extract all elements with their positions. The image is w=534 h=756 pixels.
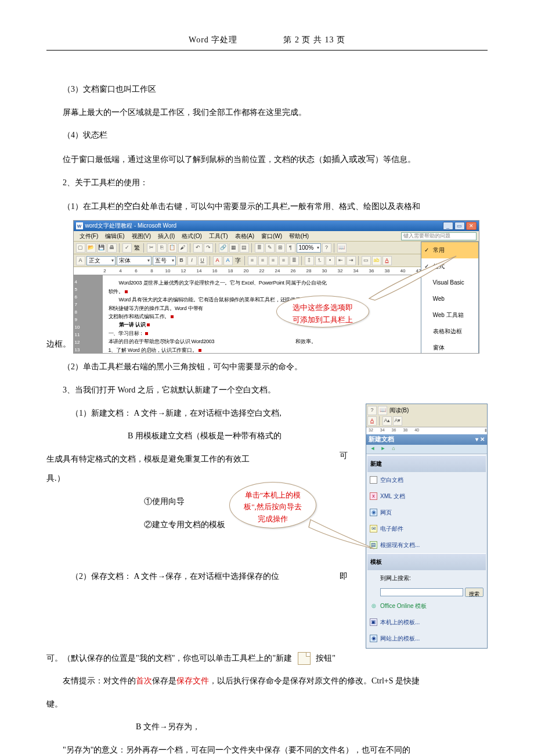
zoom-select[interactable]: 100%	[297, 243, 321, 253]
bullets-icon[interactable]: •	[326, 256, 335, 265]
sc-label[interactable]: 繁	[133, 242, 141, 254]
link-local-templates[interactable]: ▣本机上的模板...	[367, 614, 486, 631]
link-office-online[interactable]: ◎Office Online 模板	[367, 598, 486, 614]
read-icon[interactable]: 📖	[337, 243, 347, 253]
callout-toolbar-options: 选中这些多选项即 可添加到工具栏上	[276, 296, 369, 327]
taskpane-screenshot: ? 📖 阅读(B) A A▴ A▾ 32 34 36 38	[366, 404, 488, 649]
taskpane-close-icon[interactable]: ✕	[480, 433, 485, 447]
para-saveas: B 文件→另存为，	[46, 717, 488, 737]
template-search-button[interactable]: 搜索	[465, 588, 484, 597]
char-border-icon[interactable]: 字	[234, 254, 242, 267]
copy-icon[interactable]: ⎘	[157, 243, 167, 253]
pc-icon: ▣	[370, 618, 377, 626]
spellcheck-icon[interactable]: ✓	[122, 243, 132, 253]
para-newdoc-intro: 3、当我们打开 Word 之后，它就默认新建了一个空白文档。	[46, 380, 488, 400]
justify-icon[interactable]: ≡	[279, 256, 288, 265]
new-icon[interactable]: ▢	[76, 243, 85, 253]
mini-font-color-icon[interactable]: A	[367, 416, 377, 426]
print-icon[interactable]: 🖶	[107, 243, 117, 253]
mini-toolbar: ? 📖 阅读(B) A A▴ A▾	[366, 404, 487, 427]
para-workarea-desc: 屏幕上最大的一个区域就是工作区，我们全部工作都将在这里完成。	[46, 103, 488, 123]
close-button[interactable]: ✕	[466, 222, 477, 230]
columns-icon[interactable]: ≣	[255, 243, 264, 253]
para-4-title: （4）状态栏	[46, 125, 488, 145]
nav-home-icon[interactable]: ⌂	[389, 445, 398, 452]
format-painter-icon[interactable]: 🖌	[178, 243, 187, 253]
paste-icon[interactable]: 📋	[168, 243, 177, 253]
link-xml-doc[interactable]: xXML 文档	[367, 488, 486, 505]
decrease-indent-icon[interactable]: ⇤	[336, 256, 345, 265]
redo-icon[interactable]: ↷	[204, 243, 213, 253]
bold-icon[interactable]: B	[177, 256, 186, 265]
callout-tail-1	[366, 255, 459, 301]
link-from-existing[interactable]: ▤根据现有文档...	[367, 537, 486, 553]
taskpane-dropdown-icon[interactable]: ▾	[475, 433, 478, 447]
template-search-input[interactable]	[380, 588, 463, 596]
taskpane-nav: ◄ ► ⌂	[366, 445, 487, 454]
insert-table-icon[interactable]: ▤	[240, 243, 249, 253]
link-web-page[interactable]: ◉网页	[367, 505, 486, 521]
page-header: Word 字处理 第 2 页 共 13 页	[46, 35, 488, 51]
mini-grow-font-icon[interactable]: A▴	[383, 416, 392, 426]
edge-label: 边框。	[46, 334, 71, 354]
callout-template-wizard: 单击"本机上的模 板",然后按向导去 完成操作	[229, 482, 316, 528]
para-save-default: 可。（默认保存的位置是"我的文档"，你也可以单击工具栏上的"新建 按钮"	[46, 649, 488, 668]
cm-item-forms[interactable]: 窗体	[421, 340, 478, 354]
para-3-title: （3）文档窗口也叫工作区	[46, 80, 488, 99]
site-icon: ◉	[370, 635, 377, 642]
word-menubar: 文件(F) 编辑(E) 视图(V) 插入(I) 格式(O) 工具(T) 表格(A…	[74, 231, 479, 242]
increase-indent-icon[interactable]: ⇥	[347, 256, 356, 265]
search-label: 到网上搜索:	[367, 570, 486, 586]
font-color-a-icon[interactable]: A	[213, 256, 222, 265]
numbering-icon[interactable]: ⒈	[315, 256, 324, 265]
paragraph-icon[interactable]: ¶	[286, 243, 295, 253]
save-icon[interactable]: 💾	[97, 243, 106, 253]
taskpane-wrap: ? 📖 阅读(B) A A▴ A▾ 32 34 36 38	[351, 404, 488, 649]
underline-icon[interactable]: U	[198, 256, 207, 265]
map-icon[interactable]: ⊞	[276, 243, 285, 253]
char-shading-icon[interactable]: A	[223, 256, 233, 265]
align-center-icon[interactable]: ≡	[258, 256, 268, 265]
undo-icon[interactable]: ↶	[193, 243, 203, 253]
minimize-button[interactable]: _	[443, 222, 453, 230]
para-toolbar-heading: 2、关于工具栏的使用：	[46, 173, 488, 193]
cut-icon[interactable]: ✂	[147, 243, 156, 253]
style-select[interactable]: 正文	[86, 256, 116, 265]
link-blank-doc[interactable]: 空白文档	[367, 472, 486, 488]
align-left-icon[interactable]: ≡	[248, 256, 257, 265]
xml-icon: x	[370, 492, 377, 500]
line-spacing-icon[interactable]: ‡	[305, 256, 314, 265]
mini-shrink-font-icon[interactable]: A▾	[393, 416, 402, 426]
cm-item-webtools[interactable]: Web 工具箱	[421, 307, 478, 323]
italic-icon[interactable]: I	[187, 256, 197, 265]
table-icon[interactable]: ▦	[229, 243, 239, 253]
link-email[interactable]: ✉电子邮件	[367, 521, 486, 537]
nav-fwd-icon[interactable]: ►	[379, 445, 387, 452]
open-icon[interactable]: 📂	[86, 243, 96, 253]
styles-icon[interactable]: A	[76, 256, 85, 265]
link-web-templates[interactable]: ◉网站上的模板...	[367, 631, 486, 647]
help-search-box[interactable]: 键入需要帮助的问题	[401, 232, 477, 240]
font-select[interactable]: 宋体	[117, 256, 151, 265]
vertical-ruler: 4 5 6 7 8 9 10 11 12 13	[74, 275, 103, 354]
para-save-tip-2: 键。	[46, 694, 488, 714]
header-title-right: 第 2 页 共 13 页	[283, 35, 345, 44]
size-select[interactable]: 五号	[153, 256, 176, 265]
mini-help-icon[interactable]: ?	[367, 406, 377, 415]
section-new: 新建	[367, 455, 486, 472]
page-icon	[370, 476, 377, 484]
cm-item-tables[interactable]: 表格和边框	[421, 323, 478, 340]
new-document-icon	[298, 652, 311, 665]
drawing-icon[interactable]: ✎	[265, 243, 275, 253]
help-icon[interactable]: ?	[322, 243, 331, 253]
align-right-icon[interactable]: ≡	[269, 256, 278, 265]
section-templates: 模板	[367, 553, 486, 570]
mini-read-icon[interactable]: 📖	[378, 406, 387, 415]
hyperlink-icon[interactable]: 🔗	[219, 243, 228, 253]
distribute-icon[interactable]: ≣	[290, 256, 299, 265]
para-toolbar-1: （1）在工具栏的空白处单击右键，可以勾中需要显示的工具栏,一般有常用、格式、绘图…	[46, 196, 488, 217]
nav-back-icon[interactable]: ◄	[369, 445, 377, 452]
header-title-left: Word 字处理	[189, 35, 237, 44]
globe-icon: ◎	[370, 602, 377, 610]
maximize-button[interactable]: ▭	[454, 222, 465, 230]
